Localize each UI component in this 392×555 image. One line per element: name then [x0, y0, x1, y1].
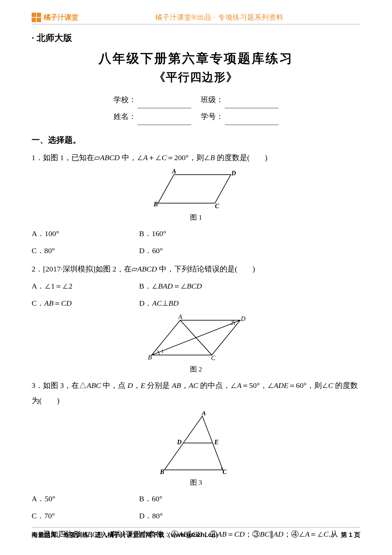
- q3-angC: C: [328, 381, 333, 390]
- svg-marker-0: [158, 175, 231, 203]
- q2c-mid: ＝: [53, 299, 61, 307]
- q3-t2: 中，点: [101, 381, 127, 390]
- q3-opt-b: B．60°: [139, 491, 234, 506]
- q3-t8: ＝60°，则∠: [288, 381, 328, 390]
- svg-text:C: C: [223, 468, 227, 475]
- brand-logo: 橘子汁课堂: [32, 13, 78, 22]
- class-label: 班级：: [201, 91, 224, 108]
- q3-t1: 3．如图 3，在△: [32, 381, 87, 390]
- q2d-a: AC: [152, 299, 162, 307]
- svg-text:B: B: [160, 468, 164, 475]
- figure-3-svg: A B C D E: [155, 411, 237, 475]
- q2b-b: BCD: [187, 282, 202, 290]
- q2d-b: BD: [168, 299, 179, 307]
- page-footer: 海量题库、专项训练，进入橘子汁课堂官网下载（www.juzizhi.cn） 第 …: [32, 523, 360, 539]
- header-subtitle: 橘子汁课堂®出品 · 专项练习题系列资料: [78, 13, 360, 22]
- q1-options: A．100° B．160° C．80° D．60°: [32, 226, 360, 258]
- q3-D: D: [127, 381, 133, 390]
- q3-t3: ，: [133, 381, 141, 390]
- q2-options: A．∠1＝∠2 B．∠BAD＝∠BCD C．AB＝CD D．AC⊥BD: [32, 278, 360, 311]
- q2-opt-a: A．∠1＝∠2: [32, 278, 126, 294]
- id-blank[interactable]: [225, 118, 279, 125]
- svg-text:D: D: [177, 439, 181, 446]
- q3-opt-d: D．80°: [139, 508, 234, 523]
- figure-1-caption: 图 1: [32, 213, 360, 222]
- q3-ADE: ADE: [274, 381, 289, 390]
- footer-rule: [32, 527, 360, 527]
- q2b-pre: B．∠: [139, 282, 158, 290]
- logo-icon: [32, 13, 41, 22]
- figure-2-svg: A D B C 1 2: [145, 314, 247, 361]
- q3-E: E: [141, 381, 145, 390]
- page-header: 橘子汁课堂 橘子汁课堂®出品 · 专项练习题系列资料: [32, 13, 360, 22]
- q2-opt-c: C．AB＝CD: [32, 296, 126, 311]
- name-blank[interactable]: [138, 118, 191, 125]
- class-field: 班级：: [201, 91, 279, 108]
- svg-text:A: A: [201, 411, 206, 416]
- q3-AB: AB: [172, 381, 181, 390]
- q1-text: 1．如图 1，已知在▱: [32, 153, 100, 162]
- q1-t5: 的度数是( ): [215, 153, 267, 162]
- q3-t6: 的中点，∠: [198, 381, 237, 390]
- q1-abcd: ABCD: [100, 153, 120, 162]
- q3-angA: A: [237, 381, 242, 390]
- svg-line-7: [152, 320, 240, 355]
- figure-1: A D B C: [32, 168, 360, 211]
- q1-opt-a: A．100°: [32, 226, 126, 241]
- q1-t2: 中，∠: [120, 153, 143, 162]
- q1-opt-b: B．160°: [139, 226, 234, 241]
- q2-t2: 中，下列结论错误的是( ): [157, 265, 255, 273]
- q3-abc: ABC: [87, 381, 101, 390]
- name-label: 姓名：: [113, 108, 136, 125]
- figure-2: A D B C 1 2: [32, 314, 360, 363]
- q3-opt-a: A．50°: [32, 491, 126, 506]
- svg-text:A: A: [178, 314, 182, 320]
- svg-text:C: C: [215, 203, 219, 209]
- q1-opt-c: C．80°: [32, 243, 126, 258]
- q2-abcd: ABCD: [137, 265, 157, 273]
- q2c-a: AB: [44, 299, 53, 307]
- svg-text:B: B: [148, 354, 152, 361]
- main-title: 八年级下册第六章专项题库练习: [32, 50, 360, 67]
- svg-text:D: D: [241, 315, 246, 322]
- edition-label: · 北师大版: [32, 32, 360, 44]
- q2-t1: 2．[2017·深圳模拟]如图 2，在▱: [32, 265, 137, 273]
- q1-B: B: [210, 153, 215, 162]
- svg-text:1: 1: [161, 349, 164, 354]
- svg-text:B: B: [153, 201, 158, 208]
- q1-A: A: [143, 153, 148, 162]
- q2-opt-d: D．AC⊥BD: [139, 296, 234, 311]
- question-3: 3．如图 3，在△ABC 中，点 D，E 分别是 AB，AC 的中点，∠A＝50…: [32, 378, 360, 408]
- header-rule: [32, 24, 360, 24]
- q2b-a: BAD: [158, 282, 173, 290]
- footer-page: 第 1 页: [341, 531, 360, 539]
- sub-title: 《平行四边形》: [32, 70, 360, 85]
- q3-t5: ，: [181, 381, 189, 390]
- q2b-mid: ＝∠: [173, 282, 187, 290]
- footer-left: 海量题库、专项训练，进入橘子汁课堂官网下载（www.juzizhi.cn）: [32, 531, 222, 539]
- name-field: 姓名：: [113, 108, 191, 125]
- q2c-b: CD: [61, 299, 71, 307]
- question-2: 2．[2017·深圳模拟]如图 2，在▱ABCD 中，下列结论错误的是( ): [32, 261, 360, 277]
- student-info: 学校： 班级： 姓名： 学号：: [107, 91, 285, 125]
- q2c-pre: C．: [32, 299, 44, 307]
- figure-3-caption: 图 3: [32, 478, 360, 487]
- q2d-pre: D．: [139, 299, 152, 307]
- q3-options: A．50° B．60° C．70° D．80°: [32, 491, 360, 523]
- question-1: 1．如图 1，已知在▱ABCD 中，∠A＋∠C＝200°，则∠B 的度数是( ): [32, 150, 360, 165]
- q3-t7: ＝50°，∠: [242, 381, 274, 390]
- svg-text:E: E: [214, 439, 218, 446]
- class-blank[interactable]: [225, 101, 279, 108]
- school-field: 学校：: [113, 91, 191, 108]
- figure-3: A B C D E: [32, 411, 360, 477]
- brand-name: 橘子汁课堂: [44, 13, 78, 22]
- figure-1-svg: A D B C: [152, 168, 240, 209]
- svg-text:2: 2: [231, 320, 233, 326]
- school-label: 学校：: [113, 91, 136, 108]
- svg-text:D: D: [231, 170, 236, 177]
- q1-C: C: [162, 153, 167, 162]
- q3-AC: AC: [189, 381, 199, 390]
- q2d-mid: ⊥: [162, 299, 168, 307]
- school-blank[interactable]: [138, 101, 191, 108]
- q3-opt-c: C．70°: [32, 508, 126, 523]
